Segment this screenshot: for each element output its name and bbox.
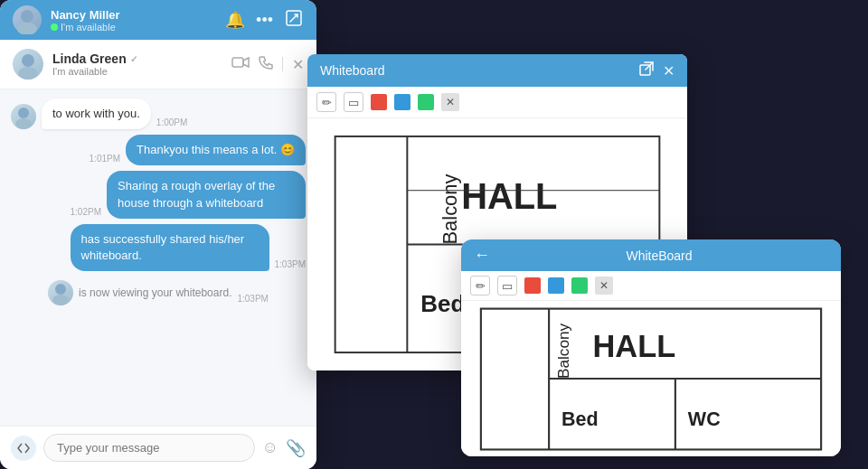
color-red-2[interactable] — [524, 277, 541, 294]
chat-input-area: ☺ 📎 — [0, 426, 316, 469]
header-divider — [282, 57, 283, 71]
svg-point-1 — [17, 23, 37, 34]
contact-name: Linda Green ✓ — [52, 52, 222, 66]
message-bubble: Sharing a rough overlay of the house thr… — [107, 171, 306, 218]
messages-container: to work with you. 1:00PM 1:01PM Thankyou… — [0, 89, 316, 426]
whiteboard-toolbar-1: ✏ ▭ ✕ — [307, 87, 687, 118]
whiteboard-header-1: Whiteboard ✕ — [307, 54, 687, 87]
top-nav-status-text: I'm available — [61, 22, 116, 33]
color-blue-2[interactable] — [548, 277, 564, 294]
popout-icon[interactable] — [639, 61, 654, 80]
more-icon[interactable]: ••• — [256, 11, 273, 30]
expand-button[interactable] — [11, 436, 36, 461]
compose-icon[interactable] — [284, 8, 304, 33]
whiteboard-title-2: WhiteBoard — [499, 249, 819, 263]
svg-text:Balcony: Balcony — [439, 174, 461, 245]
whiteboard-canvas-2[interactable]: HALL Bed WC Balcony — [461, 301, 841, 456]
status-indicator — [51, 23, 58, 31]
rectangle-tool-2[interactable]: ▭ — [497, 276, 517, 295]
message-time: 1:01PM — [90, 154, 120, 164]
color-blue[interactable] — [394, 94, 410, 110]
message-bubble: Thankyou this means a lot. 😊 — [126, 135, 306, 165]
svg-point-4 — [18, 67, 38, 80]
phone-icon[interactable] — [259, 55, 273, 73]
input-actions: ☺ 📎 — [262, 438, 306, 458]
message-row: 1:01PM Thankyou this means a lot. 😊 — [11, 135, 306, 165]
attachment-icon[interactable]: 📎 — [286, 438, 306, 458]
top-nav-user: Nancy Miller I'm available — [13, 5, 120, 34]
color-red[interactable] — [371, 94, 387, 110]
svg-text:Bed: Bed — [561, 408, 599, 430]
svg-text:WC: WC — [688, 408, 721, 430]
message-row: has successfully shared his/her whiteboa… — [11, 224, 306, 271]
bell-icon[interactable]: 🔔 — [225, 10, 245, 30]
color-green-2[interactable] — [571, 277, 588, 294]
top-nav-user-status: I'm available — [51, 22, 120, 33]
status-text: is now viewing your whiteboard. — [79, 286, 231, 299]
message-row: to work with you. 1:00PM — [11, 98, 306, 129]
top-nav-user-name: Nancy Miller — [51, 8, 120, 22]
svg-text:HALL: HALL — [593, 329, 676, 363]
top-nav-avatar — [13, 5, 42, 34]
contact-status: I'm available — [52, 66, 222, 77]
whiteboard-title-1: Whiteboard — [320, 63, 385, 78]
svg-point-3 — [22, 54, 34, 67]
whiteboard-header-icons-1: ✕ — [639, 61, 675, 80]
pencil-tool[interactable]: ✏ — [316, 92, 336, 112]
close-whiteboard-icon[interactable]: ✕ — [663, 62, 675, 80]
chat-window: Nancy Miller I'm available 🔔 ••• — [0, 0, 316, 469]
message-input[interactable] — [43, 434, 255, 462]
color-green[interactable] — [418, 94, 434, 110]
rectangle-tool[interactable]: ▭ — [344, 92, 363, 112]
contact-verified-icon: ✓ — [130, 54, 137, 64]
svg-rect-5 — [232, 58, 243, 67]
message-time: 1:02PM — [71, 207, 101, 217]
top-nav-actions: 🔔 ••• — [225, 8, 304, 33]
contact-header: Linda Green ✓ I'm available ✕ — [0, 40, 316, 89]
clear-tool[interactable]: ✕ — [441, 93, 459, 111]
emoji-icon[interactable]: ☺ — [262, 438, 278, 457]
svg-text:HALL: HALL — [461, 176, 557, 216]
svg-point-7 — [15, 118, 32, 129]
svg-text:Balcony: Balcony — [554, 323, 572, 379]
whiteboard-toolbar-2: ✏ ▭ ✕ — [461, 271, 841, 301]
top-nav-user-info: Nancy Miller I'm available — [51, 8, 120, 33]
message-time: 1:03PM — [237, 294, 268, 304]
close-icon[interactable]: ✕ — [292, 56, 304, 73]
pencil-tool-2[interactable]: ✏ — [470, 276, 490, 295]
message-time: 1:00PM — [156, 117, 187, 127]
clear-tool-2[interactable]: ✕ — [595, 277, 613, 295]
message-time: 1:03PM — [275, 259, 306, 269]
video-call-icon[interactable] — [231, 56, 250, 72]
svg-point-9 — [52, 295, 69, 305]
sender-avatar — [48, 280, 73, 305]
contact-avatar — [13, 49, 43, 80]
status-message: is now viewing your whiteboard. 1:03PM — [11, 277, 306, 309]
top-nav-bar: Nancy Miller I'm available 🔔 ••• — [0, 0, 316, 40]
contact-actions: ✕ — [231, 55, 304, 73]
svg-point-8 — [55, 284, 66, 295]
message-row: 1:02PM Sharing a rough overlay of the ho… — [11, 171, 306, 218]
whiteboard-header-2: ← WhiteBoard — [461, 239, 841, 271]
contact-info: Linda Green ✓ I'm available — [52, 52, 222, 77]
svg-text:Bed: Bed — [420, 291, 465, 316]
whiteboard-panel-2: ← WhiteBoard ✏ ▭ ✕ HALL Bed WC Balcony — [461, 239, 841, 456]
svg-point-0 — [21, 10, 33, 23]
back-button[interactable]: ← — [474, 246, 490, 265]
sender-avatar — [11, 104, 36, 129]
message-bubble: to work with you. — [42, 98, 151, 129]
svg-point-6 — [18, 108, 29, 118]
message-bubble: has successfully shared his/her whiteboa… — [71, 224, 269, 271]
